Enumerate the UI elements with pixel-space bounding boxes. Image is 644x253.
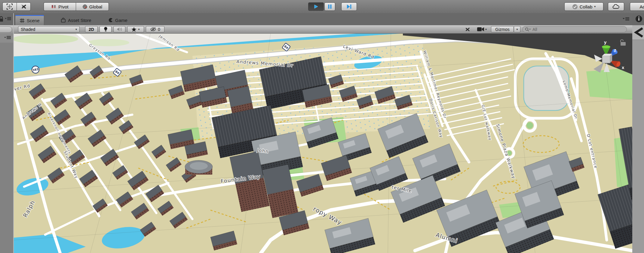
collab-label: Collab	[580, 4, 593, 9]
left-panel-subtoolbar	[0, 34, 13, 43]
scene-search-input[interactable]	[532, 27, 624, 32]
tab-game[interactable]: Game	[104, 15, 132, 25]
camera-settings-dropdown[interactable]: ▾	[475, 26, 489, 32]
editor-tools-button[interactable]	[462, 26, 473, 32]
scene-grid-icon	[20, 18, 25, 23]
custom-tool-button[interactable]	[17, 2, 31, 11]
tab-scene[interactable]: Scene	[15, 15, 44, 25]
tab-label: Game	[115, 18, 127, 23]
scene-view-toolbar: Shaded ▾ 2D ▾	[14, 25, 632, 34]
gizmos-caret[interactable]: ▾	[514, 26, 520, 32]
2d-toggle-button[interactable]: 2D	[85, 26, 98, 32]
gizmos-dropdown[interactable]: Gizmos	[491, 26, 514, 32]
pivot-label: Pivot	[58, 4, 68, 9]
lock-icon	[0, 17, 3, 22]
axis-y-label: y	[604, 40, 607, 45]
asset-store-icon	[61, 18, 66, 23]
main-toolbar: Pivot Global	[0, 0, 644, 14]
left-panel-sliver	[0, 13, 14, 253]
tab-asset-store[interactable]: Asset Store	[57, 15, 96, 25]
chevron-down-icon: ▾	[75, 28, 77, 31]
unity-editor-window: Pivot Global	[0, 0, 644, 253]
info-icon	[632, 13, 644, 25]
game-icon	[108, 18, 113, 23]
tab-bar: Scene Asset Store Game	[14, 13, 632, 25]
pause-icon	[328, 4, 332, 9]
effects-dropdown-button[interactable]: ▾	[127, 26, 144, 32]
global-toggle-button[interactable]: Global	[76, 2, 109, 11]
eye-off-icon	[150, 27, 156, 32]
search-icon	[525, 27, 531, 32]
cloud-icon	[612, 4, 620, 9]
map-round-building	[185, 160, 213, 175]
cloud-button[interactable]	[608, 2, 624, 11]
scene-visibility-button[interactable]: 0	[146, 26, 164, 32]
play-button[interactable]	[308, 2, 324, 11]
wrench-pencil-icon	[20, 3, 27, 10]
chevron-down-icon: ▾	[516, 28, 518, 31]
tab-label: Scene	[27, 18, 40, 23]
scene-3d-map: Greyson Rd Jemison Rd Andrews Memorial D…	[14, 34, 632, 253]
step-button[interactable]	[341, 2, 357, 11]
pause-button[interactable]	[324, 2, 335, 11]
axis-z-label: z	[614, 47, 616, 53]
back-chevron-icon[interactable]	[632, 26, 644, 38]
view-tool-button[interactable]	[2, 2, 17, 11]
chevron-down-icon: ▾	[138, 28, 140, 31]
camera-icon	[477, 27, 484, 32]
left-panel-toolbar	[0, 25, 13, 34]
globe-icon	[82, 4, 87, 9]
hidden-count: 0	[158, 27, 160, 32]
right-panel-tab-area	[632, 13, 644, 25]
move-tool-icon	[6, 3, 13, 10]
right-panel-header	[632, 25, 644, 40]
step-icon	[346, 4, 352, 9]
gizmos-label: Gizmos	[495, 27, 509, 32]
global-label: Global	[89, 4, 102, 9]
speaker-icon	[117, 27, 122, 32]
scene-viewport[interactable]: Greyson Rd Jemison Rd Andrews Memorial D…	[14, 34, 632, 253]
chevron-down-icon: ▾	[485, 28, 487, 31]
panel-options-icon[interactable]	[5, 17, 11, 20]
lightbulb-icon	[104, 27, 108, 32]
wrench-pencil-icon	[465, 26, 471, 32]
filter-options-icon[interactable]	[0, 34, 13, 43]
2d-label: 2D	[89, 27, 94, 32]
pivot-toggle-button[interactable]: Pivot	[44, 2, 76, 11]
right-panel-sliver	[632, 13, 644, 253]
account-button[interactable]: Acc	[630, 2, 644, 11]
left-panel-tab-area	[0, 13, 13, 25]
collab-caret-icon: ▾	[594, 5, 596, 8]
axis-x-label: x	[622, 65, 624, 70]
account-label: Acc	[639, 4, 644, 9]
draw-mode-dropdown[interactable]: Shaded ▾	[18, 26, 80, 32]
effects-star-icon	[131, 27, 136, 32]
left-panel-search-field[interactable]	[0, 26, 12, 33]
tab-options-icon[interactable]	[622, 17, 630, 22]
draw-mode-label: Shaded	[21, 27, 35, 32]
collab-button[interactable]: Collab ▾	[564, 2, 603, 11]
scene-search-field[interactable]	[522, 26, 627, 32]
collab-check-icon	[572, 4, 578, 10]
tab-label: Asset Store	[68, 18, 91, 23]
lighting-toggle-button[interactable]	[100, 26, 112, 32]
pivot-icon	[51, 4, 57, 9]
audio-toggle-button[interactable]	[113, 26, 125, 32]
play-icon	[313, 4, 319, 9]
